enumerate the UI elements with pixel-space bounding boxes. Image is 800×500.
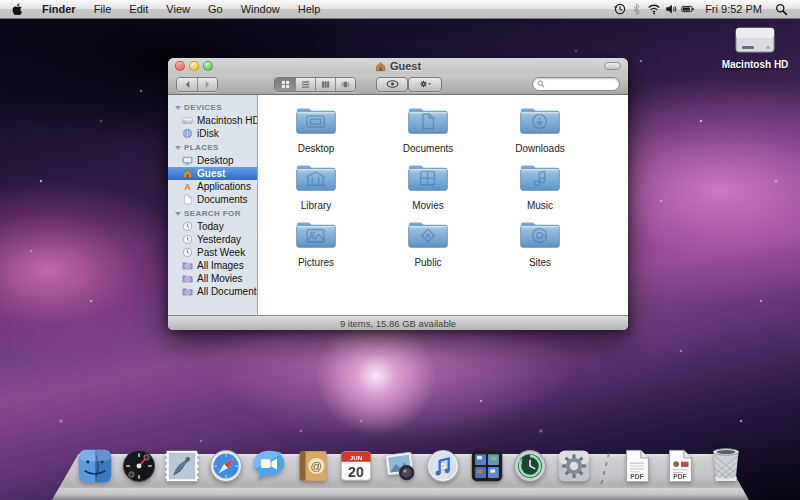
mail-icon <box>163 447 201 485</box>
folder-label: Sites <box>529 257 551 268</box>
menu-finder[interactable]: Finder <box>33 0 85 18</box>
sidebar-item-yesterday[interactable]: Yesterday <box>168 233 257 246</box>
pdf-document-icon: PDF <box>618 447 656 485</box>
list-view-button[interactable] <box>295 78 315 91</box>
menu-items: FinderFileEditViewGoWindowHelp <box>33 0 329 18</box>
hard-drive-icon <box>182 115 193 126</box>
search-field[interactable] <box>532 77 620 91</box>
search-input[interactable] <box>545 78 615 90</box>
sidebar-section-search-for[interactable]: SEARCH FOR <box>168 206 257 220</box>
menu-left: FinderFileEditViewGoWindowHelp <box>0 0 329 18</box>
folder-label: Public <box>414 257 441 268</box>
menu-go[interactable]: Go <box>199 0 232 18</box>
menu-edit[interactable]: Edit <box>120 0 157 18</box>
sidebar-item-macintosh-hd[interactable]: Macintosh HD <box>168 114 257 127</box>
sidebar-item-all-movies[interactable]: All Movies <box>168 272 257 285</box>
dock-item-dashboard[interactable] <box>120 447 158 485</box>
sidebar-item-documents[interactable]: Documents <box>168 193 257 206</box>
action-menu-button[interactable] <box>408 77 442 92</box>
folder-icon-movies <box>405 160 451 200</box>
sidebar-item-desktop[interactable]: Desktop <box>168 154 257 167</box>
ical-icon: JUN20 <box>337 447 375 485</box>
quick-look-button[interactable] <box>376 77 408 92</box>
menu-help[interactable]: Help <box>289 0 330 18</box>
window-title-bar[interactable]: Guest <box>168 58 628 74</box>
sidebar-item-applications[interactable]: AApplications <box>168 180 257 193</box>
sidebar-item-idisk[interactable]: iDisk <box>168 127 257 140</box>
menu-status-icons <box>611 0 696 19</box>
sidebar: DEVICESMacintosh HDiDiskPLACESDesktopGue… <box>168 95 258 315</box>
minimize-button[interactable] <box>189 61 199 71</box>
folder-movies[interactable]: Movies <box>372 160 484 217</box>
sidebar-item-label: Today <box>197 221 224 232</box>
sidebar-item-all-images[interactable]: All Images <box>168 259 257 272</box>
toolbar-toggle-pill[interactable] <box>604 62 621 70</box>
dock-item-mail[interactable] <box>163 447 201 485</box>
zoom-button[interactable] <box>203 61 213 71</box>
dock-item-ical[interactable]: JUN20 <box>337 447 375 485</box>
spotlight-menu[interactable] <box>771 0 796 18</box>
window-controls <box>175 61 213 71</box>
gear-icon <box>419 79 432 89</box>
folder-label: Music <box>527 200 553 211</box>
disclosure-triangle-icon <box>175 106 181 110</box>
folder-pictures[interactable]: Pictures <box>260 217 372 274</box>
folder-library[interactable]: Library <box>260 160 372 217</box>
icon-view-button[interactable] <box>275 78 295 91</box>
back-button[interactable] <box>177 78 197 91</box>
folder-icon-downloads <box>517 103 563 143</box>
dock-item-spaces[interactable] <box>468 447 506 485</box>
column-view-button[interactable] <box>315 78 335 91</box>
time-machine-menu-icon[interactable] <box>611 0 628 19</box>
menu-window[interactable]: Window <box>232 0 289 18</box>
close-button[interactable] <box>175 61 185 71</box>
bluetooth-menu-icon[interactable] <box>628 0 645 19</box>
apple-menu[interactable] <box>0 0 33 18</box>
coverflow-view-button[interactable] <box>335 78 355 91</box>
sidebar-item-label: Documents <box>197 194 248 205</box>
svg-text:JUN: JUN <box>350 454 363 461</box>
dock-item-pdf-document[interactable]: PDF <box>618 447 656 485</box>
folder-public[interactable]: Public <box>372 217 484 274</box>
dock-item-time-machine[interactable] <box>511 447 549 485</box>
eye-icon <box>386 79 399 89</box>
sidebar-item-all-documents[interactable]: All Documents <box>168 285 257 298</box>
folder-icon-pictures <box>293 217 339 257</box>
dock-item-finder[interactable] <box>76 447 114 485</box>
sidebar-item-label: Past Week <box>197 247 245 258</box>
sidebar-section-places[interactable]: PLACES <box>168 140 257 154</box>
folder-desktop[interactable]: Desktop <box>260 103 372 160</box>
smart-folder-icon <box>182 286 193 297</box>
menu-clock[interactable]: Fri 9:52 PM <box>699 3 768 15</box>
spotlight-icon <box>775 3 788 16</box>
folder-music[interactable]: Music <box>484 160 596 217</box>
dock-item-pdf-document-image[interactable]: PDF <box>661 447 699 485</box>
dock-item-address-book[interactable]: @ <box>294 447 332 485</box>
forward-button[interactable] <box>197 78 217 91</box>
dock-item-photo-booth[interactable] <box>381 447 419 485</box>
idisk-icon <box>182 128 193 139</box>
folder-downloads[interactable]: Downloads <box>484 103 596 160</box>
desktop-icon-macintosh-hd[interactable]: Macintosh HD <box>717 26 793 70</box>
folder-documents[interactable]: Documents <box>372 103 484 160</box>
menu-view[interactable]: View <box>157 0 199 18</box>
dock-item-trash[interactable] <box>705 443 747 485</box>
sidebar-item-label: Guest <box>197 168 225 179</box>
dock-item-system-preferences[interactable] <box>555 447 593 485</box>
window-body: DEVICESMacintosh HDiDiskPLACESDesktopGue… <box>168 95 628 315</box>
svg-text:PDF: PDF <box>630 473 643 480</box>
sidebar-item-past-week[interactable]: Past Week <box>168 246 257 259</box>
wifi-menu-icon[interactable] <box>645 0 662 19</box>
dock-item-ichat[interactable] <box>250 447 288 485</box>
sidebar-item-today[interactable]: Today <box>168 220 257 233</box>
battery-menu-icon[interactable] <box>679 0 696 19</box>
svg-text:20: 20 <box>348 464 364 480</box>
menu-file[interactable]: File <box>85 0 121 18</box>
volume-menu-icon[interactable] <box>662 0 679 19</box>
sidebar-item-label: Yesterday <box>197 234 241 245</box>
folder-sites[interactable]: Sites <box>484 217 596 274</box>
sidebar-item-guest[interactable]: Guest <box>168 167 257 180</box>
dock-item-itunes[interactable] <box>424 447 462 485</box>
dock-item-safari[interactable] <box>207 447 245 485</box>
sidebar-section-devices[interactable]: DEVICES <box>168 100 257 114</box>
